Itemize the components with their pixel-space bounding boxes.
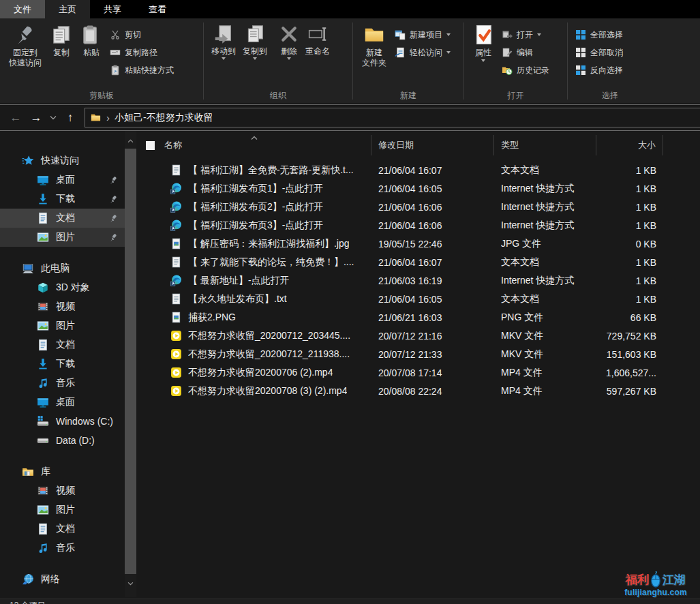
new-item-button[interactable]: 新建项目 <box>391 26 454 44</box>
column-header-date[interactable]: 修改日期 <box>371 135 494 155</box>
edge-file-icon <box>170 201 182 213</box>
sidebar-item-图片[interactable]: 图片 <box>0 500 125 519</box>
sidebar-item-下载[interactable]: 下载 <box>0 354 125 374</box>
file-row[interactable]: 【 解压密码：来福利江湖找福利】.jpg 19/05/15 22:46 JPG … <box>136 235 700 253</box>
rename-button[interactable]: 重命名 <box>302 22 333 59</box>
file-row[interactable]: 不想努力求收留20200706 (2).mp4 20/07/08 17:14 M… <box>136 363 700 382</box>
file-name-cell[interactable]: 捕获2.PNG <box>136 312 371 324</box>
sidebar-item-文档[interactable]: 文档 <box>0 519 125 539</box>
copy-button[interactable]: 复制 <box>46 22 76 61</box>
sidebar-item-图片[interactable]: 图片 <box>0 316 125 335</box>
sidebar-item-音乐[interactable]: 音乐 <box>0 539 125 558</box>
pin-icon[interactable] <box>109 214 118 223</box>
sidebar-item-视频[interactable]: 视频 <box>0 481 125 500</box>
pin-to-quick-access-button[interactable]: 固定到 快速访问 <box>4 22 46 71</box>
paste-shortcut-button[interactable]: 粘贴快捷方式 <box>106 61 177 79</box>
copy-path-button[interactable]: 复制路径 <box>106 44 177 61</box>
sidebar-scrollbar[interactable] <box>125 131 136 597</box>
tab-view[interactable]: 查看 <box>135 0 180 18</box>
paste-button[interactable]: 粘贴 <box>76 22 106 61</box>
column-header-type[interactable]: 类型 <box>494 135 596 155</box>
sidebar-item-文档[interactable]: 文档 <box>0 335 125 354</box>
sort-ascending-icon <box>251 132 258 142</box>
file-name-cell[interactable]: 【永久地址发布页】.txt <box>136 293 371 305</box>
file-name-cell[interactable]: 【 最新地址】-点此打开 <box>136 275 371 287</box>
file-name-cell[interactable]: 【 福利江湖发布页1】-点此打开 <box>136 183 371 195</box>
select-all-button[interactable]: 全部选择 <box>572 26 626 44</box>
file-name-cell[interactable]: 【 福利江湖】全免费-无套路-更新快.t... <box>136 164 371 177</box>
breadcrumb[interactable]: 小妲己-不想努力求收留 <box>115 112 213 124</box>
rename-icon <box>308 25 327 44</box>
tab-file[interactable]: 文件 <box>0 0 45 18</box>
pin-icon[interactable] <box>109 176 118 185</box>
recent-locations-button[interactable] <box>46 108 60 128</box>
column-header-size[interactable]: 大小 <box>596 135 663 155</box>
watermark-url: fulijianghu.com <box>615 588 696 597</box>
sidebar-item-Windows (C:)[interactable]: Windows (C:) <box>0 412 125 431</box>
file-row[interactable]: 【 福利江湖发布页1】-点此打开 21/06/04 16:05 Internet… <box>136 179 700 198</box>
forward-button[interactable]: → <box>26 108 46 128</box>
new-item-label: 新建项目 <box>410 29 442 41</box>
move-to-button[interactable]: 移动到 <box>208 22 239 63</box>
file-name-cell[interactable]: 不想努力求收留20200708 (3) (2).mp4 <box>136 385 371 397</box>
copy-to-button[interactable]: 复制到 <box>239 22 271 63</box>
file-name-cell[interactable]: 【 福利江湖发布页3】-点此打开 <box>136 220 371 232</box>
sidebar-item-网络[interactable]: 网络 <box>0 570 125 589</box>
file-name-cell[interactable]: 不想努力求收留_20200712_203445.... <box>136 330 371 342</box>
delete-button[interactable]: 删除 <box>276 22 302 63</box>
select-all-icon <box>575 29 586 40</box>
scrollbar-thumb[interactable] <box>125 149 136 574</box>
edit-button[interactable]: 编辑 <box>498 44 553 61</box>
select-none-button[interactable]: 全部取消 <box>572 44 626 61</box>
back-button[interactable]: ← <box>5 108 26 128</box>
copy-to-icon <box>245 25 264 44</box>
file-name-cell[interactable]: 【 解压密码：来福利江湖找福利】.jpg <box>136 238 371 250</box>
file-row[interactable]: 不想努力求收留_20200712_203445.... 20/07/12 21:… <box>136 327 700 345</box>
file-row[interactable]: 【 最新地址】-点此打开 21/06/03 16:19 Internet 快捷方… <box>136 271 700 290</box>
file-row[interactable]: 捕获2.PNG 21/06/21 16:03 PNG 文件 66 KB <box>136 308 700 327</box>
pin-icon[interactable] <box>109 195 118 204</box>
file-row[interactable]: 【 福利江湖发布页3】-点此打开 21/06/04 16:06 Internet… <box>136 216 700 235</box>
scroll-up-icon[interactable] <box>125 135 136 147</box>
file-name-cell[interactable]: 【 来了就能下载的论坛，纯免费！】.... <box>136 256 371 269</box>
ribbon-group-new: 新建 文件夹 新建项目 轻松访问 新建 <box>353 18 463 104</box>
sidebar-item-快速访问[interactable]: 快速访问 <box>0 151 125 170</box>
open-button[interactable]: 打开 <box>498 26 553 44</box>
history-button[interactable]: 历史记录 <box>498 61 553 79</box>
tab-home[interactable]: 主页 <box>45 0 90 18</box>
scroll-down-icon[interactable] <box>125 577 136 589</box>
select-all-checkbox[interactable] <box>146 141 155 150</box>
new-folder-button[interactable]: 新建 文件夹 <box>357 22 391 71</box>
pin-icon[interactable] <box>109 233 118 242</box>
sidebar-item-桌面[interactable]: 桌面 <box>0 170 125 190</box>
properties-button[interactable]: 属性 <box>468 22 498 65</box>
tab-share[interactable]: 共享 <box>90 0 135 18</box>
sidebar-item-Data (D:)[interactable]: Data (D:) <box>0 431 125 450</box>
sidebar-item-库[interactable]: 库 <box>0 462 125 481</box>
download-icon <box>37 193 49 205</box>
sidebar-item-音乐[interactable]: 音乐 <box>0 374 125 393</box>
invert-selection-button[interactable]: 反向选择 <box>572 61 626 79</box>
sidebar-item-图片[interactable]: 图片 <box>0 228 125 247</box>
sidebar-item-下载[interactable]: 下载 <box>0 190 125 209</box>
address-input[interactable]: › 小妲己-不想努力求收留 <box>85 108 700 127</box>
sidebar-item-label: 视频 <box>56 485 75 497</box>
file-row[interactable]: 【 来了就能下载的论坛，纯免费！】.... 21/06/04 16:07 文本文… <box>136 253 700 271</box>
sidebar-item-视频[interactable]: 视频 <box>0 297 125 316</box>
file-name-cell[interactable]: 【 福利江湖发布页2】-点此打开 <box>136 201 371 213</box>
file-row[interactable]: 不想努力求收留20200708 (3) (2).mp4 20/08/08 22:… <box>136 382 700 400</box>
file-name-cell[interactable]: 不想努力求收留_20200712_211938.... <box>136 348 371 361</box>
column-headers: 名称 修改日期 类型 大小 <box>136 135 700 155</box>
sidebar-item-桌面[interactable]: 桌面 <box>0 393 125 412</box>
file-row[interactable]: 不想努力求收留_20200712_211938.... 20/07/12 21:… <box>136 345 700 363</box>
up-button[interactable]: ↑ <box>60 108 80 128</box>
file-name-cell[interactable]: 不想努力求收留20200706 (2).mp4 <box>136 367 371 379</box>
easy-access-button[interactable]: 轻松访问 <box>391 44 454 61</box>
cut-button[interactable]: 剪切 <box>106 26 177 44</box>
file-row[interactable]: 【 福利江湖】全免费-无套路-更新快.t... 21/06/04 16:07 文… <box>136 161 700 179</box>
file-row[interactable]: 【永久地址发布页】.txt 21/06/04 16:05 文本文档 1 KB <box>136 290 700 308</box>
sidebar-item-3D 对象[interactable]: 3D 对象 <box>0 278 125 297</box>
file-row[interactable]: 【 福利江湖发布页2】-点此打开 21/06/04 16:06 Internet… <box>136 198 700 216</box>
sidebar-item-此电脑[interactable]: 此电脑 <box>0 259 125 278</box>
sidebar-item-文档[interactable]: 文档 <box>0 209 125 228</box>
